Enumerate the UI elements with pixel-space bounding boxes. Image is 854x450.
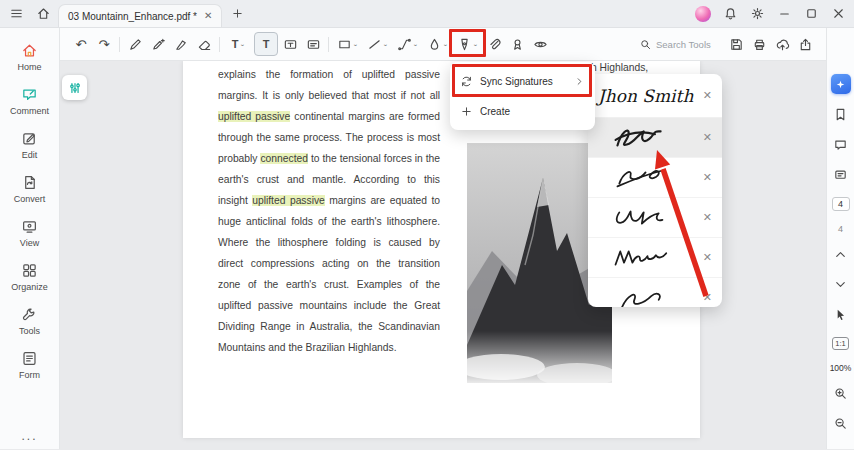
sidebar-item-convert[interactable]: Convert (2, 168, 58, 210)
tab-close-icon[interactable]: ✕ (204, 11, 212, 21)
text-field-icon (306, 37, 321, 52)
bell-icon (723, 6, 738, 21)
comments-panel-button[interactable] (833, 137, 848, 154)
text-field-tool[interactable] (302, 32, 324, 56)
previous-page-button[interactable] (833, 247, 848, 264)
sidebar-item-home[interactable]: Home (2, 36, 58, 78)
maximize-button[interactable] (799, 3, 823, 25)
text-style-tool[interactable]: T⌄ (224, 32, 253, 56)
smart-pen-tool[interactable] (147, 32, 169, 56)
preview-tool[interactable] (529, 32, 551, 56)
zoom-in-button[interactable] (833, 386, 848, 403)
shape-tool[interactable]: ⌄ (333, 32, 362, 56)
signature-item[interactable]: ✕ (588, 118, 722, 158)
minimize-icon (777, 6, 792, 21)
chevron-down-icon (833, 277, 848, 292)
delete-signature-button[interactable]: ✕ (699, 252, 712, 263)
undo-button[interactable]: ↶ (70, 32, 92, 56)
redo-button[interactable]: ↷ (93, 32, 115, 56)
signature-item[interactable]: ✕ (588, 158, 722, 198)
ai-assistant-button[interactable] (831, 74, 851, 94)
cloud-upload-button[interactable] (771, 32, 793, 56)
sidebar-more-button[interactable]: ... (21, 429, 37, 443)
title-bar: 03 Mountainn_Enhance.pdf * ✕ (0, 0, 854, 28)
search-input[interactable] (656, 39, 720, 50)
line-icon (367, 37, 382, 52)
eraser-tool[interactable] (193, 32, 215, 56)
printer-icon (752, 37, 767, 52)
chevron-up-icon (833, 247, 848, 262)
menu-item-create[interactable]: Create (450, 96, 595, 126)
signature-item[interactable]: ✕ (588, 238, 722, 278)
signature-item[interactable]: ✕ (588, 278, 722, 307)
eye-icon (533, 37, 548, 52)
delete-signature-button[interactable]: ✕ (699, 132, 712, 143)
sidebar-label: Organize (11, 282, 48, 292)
print-button[interactable] (748, 32, 770, 56)
text-box-tool[interactable] (279, 32, 301, 56)
chevron-down-icon: ⌄ (353, 41, 359, 47)
pen-plus-icon (151, 37, 166, 52)
account-button[interactable] (691, 3, 715, 25)
maximize-icon (804, 6, 819, 21)
share-icon (798, 37, 813, 52)
zoom-out-button[interactable] (833, 416, 848, 433)
attachment-tool[interactable] (483, 32, 505, 56)
form-field-icon (833, 167, 848, 182)
chevron-down-icon: ⌄ (383, 41, 389, 47)
add-text-tool[interactable]: T (254, 32, 278, 56)
marker-tool[interactable] (170, 32, 192, 56)
plus-icon (231, 7, 244, 20)
annotation-settings-fab[interactable] (62, 75, 87, 100)
sidebar-item-tools[interactable]: Tools (2, 300, 58, 342)
document-tab[interactable]: 03 Mountainn_Enhance.pdf * ✕ (58, 4, 222, 27)
sidebar-item-edit[interactable]: Edit (2, 124, 58, 166)
select-tool-button[interactable] (833, 307, 848, 324)
plus-icon (460, 105, 473, 118)
next-page-button[interactable] (833, 277, 848, 294)
stamp-tool[interactable] (506, 32, 528, 56)
ai-spark-icon (835, 79, 846, 90)
signature-item-typed[interactable]: Jhon Smith ✕ (588, 74, 722, 118)
highlight-pen-tool[interactable] (124, 32, 146, 56)
home-button[interactable] (31, 3, 55, 25)
settings-button[interactable] (745, 3, 769, 25)
line-tool[interactable]: ⌄ (363, 32, 392, 56)
signature-item[interactable]: ✕ (588, 198, 722, 238)
notifications-button[interactable] (718, 3, 742, 25)
tab-title: 03 Mountainn_Enhance.pdf * (68, 11, 197, 22)
tools-icon (21, 306, 38, 323)
close-window-button[interactable] (826, 3, 850, 25)
sidebar-item-organize[interactable]: Organize (2, 256, 58, 298)
gear-icon (750, 6, 765, 21)
delete-signature-button[interactable]: ✕ (699, 90, 712, 101)
delete-signature-button[interactable]: ✕ (699, 172, 712, 183)
bookmarks-button[interactable] (833, 107, 848, 124)
delete-signature-button[interactable]: ✕ (699, 212, 712, 223)
form-icon (21, 350, 38, 367)
hamburger-menu-button[interactable] (4, 3, 28, 25)
fields-panel-button[interactable] (833, 167, 848, 184)
page-number-input[interactable]: 4 (832, 197, 850, 211)
highlight-box-sync-signatures (452, 64, 592, 97)
typed-signature-text: Jhon Smith (598, 86, 699, 106)
toolbar: ↶ ↷ T⌄ T ⌄ ⌄ ⌄ ⌄ ⌄ (60, 28, 826, 61)
delete-signature-button[interactable]: ✕ (699, 292, 712, 303)
actual-size-button[interactable]: 1:1 (832, 337, 848, 350)
pen-icon (128, 37, 143, 52)
sidebar-item-form[interactable]: Form (2, 344, 58, 386)
signature-stroke (598, 123, 699, 153)
share-button[interactable] (794, 32, 816, 56)
undo-icon: ↶ (76, 38, 87, 51)
minimize-button[interactable] (772, 3, 796, 25)
new-tab-button[interactable] (225, 3, 249, 25)
sliders-icon (68, 81, 82, 95)
connector-tool[interactable]: ⌄ (393, 32, 422, 56)
sidebar-item-view[interactable]: View (2, 212, 58, 254)
ink-color-tool[interactable]: ⌄ (423, 32, 452, 56)
search-tools[interactable] (639, 38, 720, 51)
signature-stroke (598, 283, 699, 308)
save-button[interactable] (725, 32, 747, 56)
sidebar-item-comment[interactable]: Comment (2, 80, 58, 122)
signature-stroke (598, 203, 699, 233)
